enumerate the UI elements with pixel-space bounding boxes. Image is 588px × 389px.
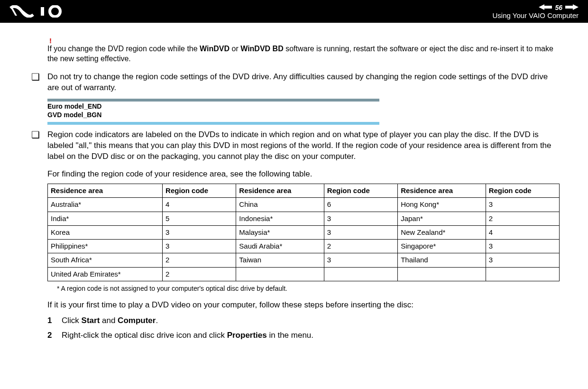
table-row: India*5Indonesia*3Japan*2 (48, 212, 560, 225)
table-cell: Philippines* (48, 240, 163, 253)
warning-text-part: If you change the DVD region code while … (47, 45, 200, 53)
page-content: ! If you change the DVD region code whil… (0, 23, 588, 360)
table-header: Region code (163, 184, 236, 198)
section-title: Using Your VAIO Computer (493, 11, 579, 19)
table-cell: Singapore* (398, 240, 486, 253)
bullet-square-icon: ❑ (28, 130, 47, 344)
table-cell: 3 (486, 253, 559, 267)
svg-marker-2 (539, 4, 552, 10)
svg-marker-3 (565, 4, 579, 10)
table-cell: 3 (486, 198, 559, 212)
table-cell: 3 (324, 253, 397, 267)
nav-arrows: 56 (539, 4, 579, 11)
step-item: 1 Click Start and Computer. (47, 315, 560, 326)
step-item: 2 Right-click the optical disc drive ico… (47, 330, 560, 341)
bullet-square-icon: ❑ (28, 72, 47, 93)
step-text: Right-click the optical disc drive icon … (62, 330, 560, 341)
table-cell: 3 (163, 225, 236, 239)
table-header: Region code (324, 184, 397, 198)
table-cell: Taiwan (236, 253, 324, 267)
table-cell: 3 (163, 240, 236, 253)
model-marker-line: GVD model_BGN (47, 111, 560, 120)
table-cell: 3 (324, 212, 397, 225)
table-footnote: * A region code is not assigned to your … (57, 284, 560, 293)
vaio-logo (9, 5, 71, 18)
model-marker: Euro model_END GVD model_BGN (47, 102, 560, 120)
text-part: in the menu. (267, 331, 313, 340)
table-cell: 4 (486, 225, 559, 239)
table-cell: Thailand (398, 253, 486, 267)
table-cell: 2 (163, 253, 236, 267)
next-page-arrow-icon[interactable] (565, 4, 579, 11)
table-row: South Africa*2Taiwan3Thailand3 (48, 253, 560, 267)
header-right: 56 Using Your VAIO Computer (493, 4, 579, 19)
table-cell: 2 (324, 240, 397, 253)
table-cell: China (236, 198, 324, 212)
paragraph: Region code indicators are labeled on th… (47, 130, 560, 162)
text-part: . (156, 316, 158, 325)
table-cell (324, 267, 397, 281)
bullet-text: Do not try to change the region code set… (47, 72, 560, 93)
table-header: Region code (486, 184, 559, 198)
text-part: Right-click the optical disc drive icon … (62, 331, 227, 340)
table-row: Korea3Malaysia*3New Zealand*4 (48, 225, 560, 239)
table-cell: 3 (324, 225, 397, 239)
ui-element-name: Properties (227, 331, 267, 340)
paragraph: For finding the region code of your resi… (47, 169, 560, 180)
table-cell: India* (48, 212, 163, 225)
bullet-text: Region code indicators are labeled on th… (47, 130, 560, 344)
table-cell (236, 267, 324, 281)
table-cell: 6 (324, 198, 397, 212)
table-cell: Australia* (48, 198, 163, 212)
warning-text-part: or (230, 45, 240, 53)
table-row: United Arab Emirates*2 (48, 267, 560, 281)
svg-point-1 (50, 6, 60, 17)
ui-element-name: Start (82, 316, 100, 325)
software-name: WinDVD (200, 45, 230, 53)
table-cell: 2 (163, 267, 236, 281)
table-header-row: Residence area Region code Residence are… (48, 184, 560, 198)
bullet-item: ❑ Do not try to change the region code s… (28, 72, 560, 93)
table-cell: Korea (48, 225, 163, 239)
step-number: 1 (47, 315, 62, 326)
table-cell: South Africa* (48, 253, 163, 267)
model-marker-line: Euro model_END (47, 102, 560, 111)
warning-text: If you change the DVD region code while … (47, 44, 560, 64)
region-code-table: Residence area Region code Residence are… (47, 184, 560, 281)
bullet-item: ❑ Region code indicators are labeled on … (28, 130, 560, 344)
table-header: Residence area (236, 184, 324, 198)
table-header: Residence area (48, 184, 163, 198)
warning-mark-icon: ! (47, 37, 560, 44)
table-row: Australia*4China6Hong Kong*3 (48, 198, 560, 212)
table-cell: Hong Kong* (398, 198, 486, 212)
text-part: Click (62, 316, 82, 325)
table-cell (486, 267, 559, 281)
text-part: and (100, 316, 118, 325)
table-cell: 2 (486, 212, 559, 225)
steps-intro: If it is your first time to play a DVD v… (47, 300, 560, 311)
step-number: 2 (47, 330, 62, 341)
table-cell: New Zealand* (398, 225, 486, 239)
section-divider-bottom (47, 122, 379, 125)
warning-note: ! If you change the DVD region code whil… (47, 37, 560, 64)
ui-element-name: Computer (118, 316, 156, 325)
page-header: 56 Using Your VAIO Computer (0, 0, 588, 23)
table-cell: Japan* (398, 212, 486, 225)
table-header: Residence area (398, 184, 486, 198)
table-cell (398, 267, 486, 281)
table-cell: 4 (163, 198, 236, 212)
page-number: 56 (555, 4, 562, 11)
software-name: WinDVD BD (240, 45, 284, 53)
table-cell: 3 (486, 240, 559, 253)
prev-page-arrow-icon[interactable] (539, 4, 552, 11)
table-cell: Malaysia* (236, 225, 324, 239)
table-cell: Saudi Arabia* (236, 240, 324, 253)
step-text: Click Start and Computer. (62, 315, 560, 326)
table-row: Philippines*3Saudi Arabia*2Singapore*3 (48, 240, 560, 253)
table-cell: United Arab Emirates* (48, 267, 163, 281)
svg-rect-0 (41, 7, 44, 16)
table-cell: Indonesia* (236, 212, 324, 225)
table-cell: 5 (163, 212, 236, 225)
